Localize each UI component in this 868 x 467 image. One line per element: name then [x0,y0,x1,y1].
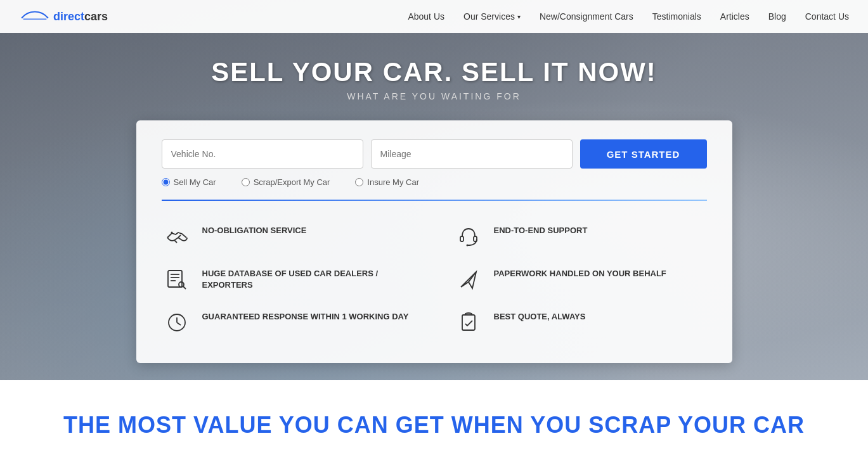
service-type-radio-group: Sell My Car Scrap/Export My Car Insure M… [162,177,707,187]
svg-rect-1 [460,236,463,241]
form-divider [162,200,707,201]
svg-rect-4 [168,271,182,287]
radio-scrap-export[interactable]: Scrap/Export My Car [242,177,330,187]
get-started-button[interactable]: GET STARTED [580,139,707,169]
nav-item-testimonials[interactable]: Testimonials [652,11,701,22]
vehicle-number-input[interactable] [162,139,363,169]
database-search-icon [162,264,192,295]
feature-end-to-end-text: END-TO-END SUPPORT [494,221,588,236]
feature-best-quote-text: BEST QUOTE, ALWAYS [494,307,586,323]
nav-item-about[interactable]: About Us [408,11,444,22]
chevron-down-icon: ▾ [517,13,521,20]
bottom-section: THE MOST VALUE YOU CAN GET WHEN YOU SCRA… [0,380,868,467]
feature-no-obligation: NO-OBLIGATION SERVICE [162,215,434,258]
feature-paperwork-text: PAPERWORK HANDLED ON YOUR BEHALF [494,264,666,279]
hero-title: SELL YOUR CAR. SELL IT NOW! [211,57,657,87]
svg-rect-15 [462,315,475,330]
radio-insure[interactable]: Insure My Car [355,177,419,187]
paperplane-icon [453,264,484,295]
nav-item-contact[interactable]: Contact Us [805,11,849,22]
nav-item-blog[interactable]: Blog [768,11,786,22]
logo[interactable]: directcars [19,7,108,26]
svg-line-9 [183,286,186,289]
svg-line-14 [177,323,181,325]
handshake-icon [162,221,192,252]
feature-database-text: HUGE DATABASE OF USED CAR DEALERS / EXPO… [202,264,415,291]
clock-icon [162,307,192,338]
feature-paperwork: PAPERWORK HANDLED ON YOUR BEHALF [434,258,707,301]
headset-icon [453,221,484,252]
svg-point-0 [171,232,172,234]
svg-point-3 [466,245,468,246]
radio-sell-my-car[interactable]: Sell My Car [162,177,216,187]
nav-menu: About Us Our Services ▾ New/Consignment … [408,11,849,22]
logo-text: directcars [53,10,108,23]
feature-end-to-end: END-TO-END SUPPORT [434,215,707,258]
nav-item-articles[interactable]: Articles [720,11,749,22]
hero-subtitle: WHAT ARE YOU WAITING FOR [347,91,521,101]
navbar: directcars About Us Our Services ▾ New/C… [0,0,868,33]
feature-response-text: GUARANTEED RESPONSE WITHIN 1 WORKING DAY [202,307,409,323]
feature-response-time: GUARANTEED RESPONSE WITHIN 1 WORKING DAY [162,301,434,344]
hero-section: SELL YOUR CAR. SELL IT NOW! WHAT ARE YOU… [0,0,868,380]
clipboard-check-icon [453,307,484,338]
feature-database: HUGE DATABASE OF USED CAR DEALERS / EXPO… [162,258,434,301]
features-grid: NO-OBLIGATION SERVICE END-TO-END SUPPOR [162,215,707,344]
form-inputs-row: GET STARTED [162,139,707,169]
search-form-card: GET STARTED Sell My Car Scrap/Export My … [136,120,732,363]
bottom-title: THE MOST VALUE YOU CAN GET WHEN YOU SCRA… [38,412,830,438]
feature-no-obligation-text: NO-OBLIGATION SERVICE [202,221,307,236]
nav-item-services[interactable]: Our Services ▾ [463,11,521,22]
nav-item-consignment[interactable]: New/Consignment Cars [540,11,633,22]
hero-content: SELL YOUR CAR. SELL IT NOW! WHAT ARE YOU… [0,0,868,363]
mileage-input[interactable] [371,139,573,169]
feature-best-quote: BEST QUOTE, ALWAYS [434,301,707,344]
